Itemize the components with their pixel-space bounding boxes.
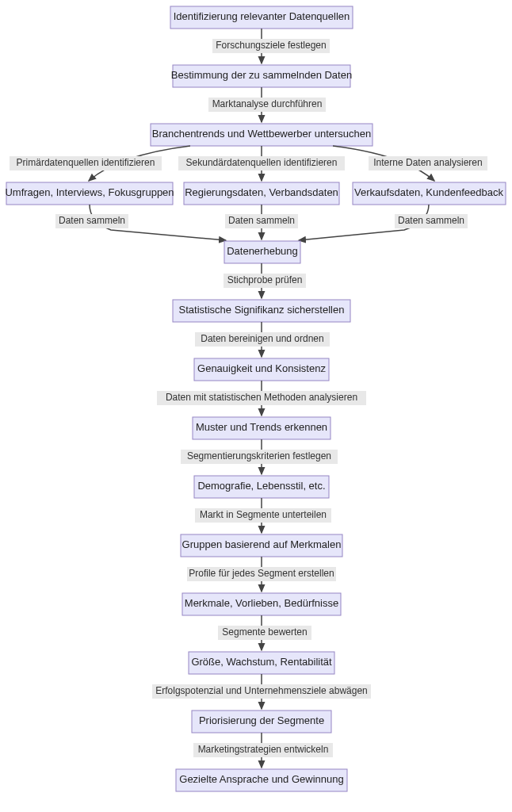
node-label: Bestimmung der zu sammelnden Daten — [171, 69, 352, 81]
edge-label-analyze-stat: Daten mit statistischen Methoden analysi… — [157, 391, 366, 405]
node-demographics: Demografie, Lebensstil, etc. — [194, 476, 329, 498]
node-label: Verkaufsdaten, Kundenfeedback — [354, 186, 503, 198]
edge-label-internal-data: Interne Daten analysieren — [369, 156, 487, 170]
edge-label: Stichprobe prüfen — [227, 274, 303, 285]
edge-label: Markt in Segmente unterteilen — [200, 509, 327, 520]
edge-label: Primärdatenquellen identifizieren — [17, 157, 155, 168]
node-label: Genauigkeit und Konsistenz — [197, 362, 326, 374]
edge-label: Daten bereinigen und ordnen — [201, 333, 323, 344]
edge-label: Forschungsziele festlegen — [216, 40, 326, 51]
edge-label: Marktanalyse durchführen — [212, 98, 323, 109]
edge-label-divide-market: Markt in Segmente unterteilen — [195, 508, 331, 523]
node-label: Größe, Wachstum, Rentabilität — [191, 656, 332, 668]
node-label: Demografie, Lebensstil, etc. — [197, 480, 325, 492]
edge-label-collect-a: Daten sammeln — [55, 214, 128, 228]
edge-label-seg-criteria: Segmentierungskriterien festlegen — [181, 450, 338, 464]
edge-label: Marketingstrategien entwickeln — [198, 744, 329, 755]
node-groups-traits: Gruppen basierend auf Merkmalen — [181, 534, 342, 557]
edge-label-potential-goals: Erfolgspotenzial und Unternehmensziele a… — [152, 684, 371, 699]
edge-label: Daten mit statistischen Methoden analysi… — [166, 392, 357, 403]
node-label: Identifizierung relevanter Datenquellen — [174, 10, 350, 22]
node-size-growth: Größe, Wachstum, Rentabilität — [189, 652, 334, 674]
edge-label-profiles: Profile für jedes Segment erstellen — [187, 567, 336, 581]
node-surveys: Umfragen, Interviews, Fokusgruppen — [5, 182, 174, 205]
edge-label: Daten sammeln — [228, 215, 295, 226]
edge-label: Segmentierungskriterien festlegen — [187, 450, 331, 462]
edge-label-collect-c: Daten sammeln — [395, 214, 468, 228]
edge-label-evaluate-segments: Segmente bewerten — [218, 626, 311, 640]
flowchart-diagram: Identifizierung relevanter Datenquellen … — [0, 0, 512, 812]
node-data-collection: Datenerhebung — [224, 241, 300, 263]
node-label: Statistische Signifikanz sicherstellen — [179, 304, 345, 316]
node-identify-sources: Identifizierung relevanter Datenquellen — [170, 6, 353, 29]
node-determine-data: Bestimmung der zu sammelnden Daten — [171, 65, 352, 87]
edge-label-clean-data: Daten bereinigen und ordnen — [195, 332, 330, 347]
node-label: Gruppen basierend auf Merkmalen — [182, 538, 342, 550]
node-accuracy: Genauigkeit und Konsistenz — [194, 358, 329, 381]
node-stat-significance: Statistische Signifikanz sicherstellen — [173, 300, 350, 322]
node-label: Datenerhebung — [227, 245, 298, 257]
edge-label: Interne Daten analysieren — [373, 157, 482, 168]
node-label: Gezielte Ansprache und Gewinnung — [179, 773, 343, 785]
node-label: Umfragen, Interviews, Fokusgruppen — [5, 186, 174, 198]
node-label: Branchentrends und Wettbewerber untersuc… — [152, 128, 372, 140]
node-label: Merkmale, Vorlieben, Bedürfnisse — [185, 597, 338, 609]
edge-label-marketing-strategies: Marketingstrategien entwickeln — [193, 743, 333, 757]
node-patterns: Muster und Trends erkennen — [193, 417, 331, 439]
node-label: Priorisierung der Segmente — [199, 714, 324, 726]
edge-label: Profile für jedes Segment erstellen — [189, 568, 334, 579]
node-government-data: Regierungsdaten, Verbandsdaten — [184, 182, 339, 205]
edge-label-primary-sources: Primärdatenquellen identifizieren — [10, 156, 162, 170]
node-sales-data: Verkaufsdaten, Kundenfeedback — [353, 182, 506, 205]
edge-label-secondary-sources: Sekundärdatenquellen identifizieren — [178, 156, 345, 170]
edge-label-collect-b: Daten sammeln — [225, 214, 298, 228]
node-label: Regierungsdaten, Verbandsdaten — [185, 186, 338, 198]
node-label: Muster und Trends erkennen — [196, 421, 327, 433]
edge-label: Daten sammeln — [398, 215, 464, 226]
node-prioritize: Priorisierung der Segmente — [192, 710, 331, 733]
edge-label-market-analysis: Marktanalyse durchführen — [208, 98, 326, 112]
edge-label: Daten sammeln — [59, 215, 125, 226]
edge-label-research-goals: Forschungsziele festlegen — [212, 39, 330, 53]
node-industry-trends: Branchentrends und Wettbewerber untersuc… — [151, 124, 373, 146]
edge-label-check-sample: Stichprobe prüfen — [224, 274, 306, 288]
edge-label: Sekundärdatenquellen identifizieren — [186, 157, 338, 168]
node-traits-prefs: Merkmale, Vorlieben, Bedürfnisse — [182, 593, 341, 615]
edge-label: Segmente bewerten — [222, 626, 307, 638]
edge-label: Erfolgspotenzial und Unternehmensziele a… — [155, 685, 368, 696]
node-targeted: Gezielte Ansprache und Gewinnung — [176, 769, 347, 791]
